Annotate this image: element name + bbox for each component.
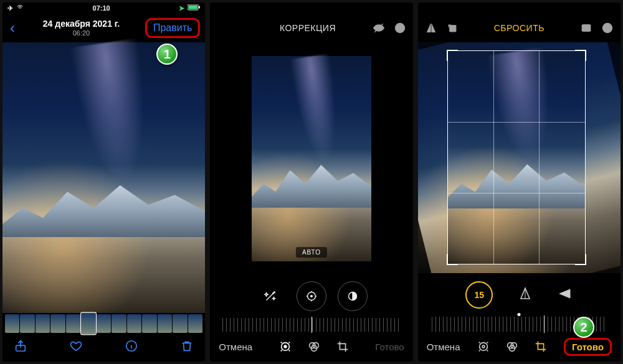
done-button[interactable]: Готово: [375, 342, 404, 352]
share-icon[interactable]: [14, 339, 27, 357]
straighten-angle[interactable]: 15: [465, 281, 493, 309]
crop-controls: 15: [418, 273, 621, 317]
brilliance-button[interactable]: [338, 281, 368, 311]
svg-point-20: [482, 345, 485, 348]
flip-icon[interactable]: [424, 21, 438, 35]
horizontal-perspective-icon[interactable]: [558, 286, 573, 304]
thumbnail-strip[interactable]: [2, 313, 205, 334]
photo-viewer-screen: ✈ 07:10 ➤ ‹ 24 декабря 2021 г. 06:20 Пра…: [2, 2, 205, 362]
adjust-slider[interactable]: [222, 318, 400, 332]
photo-preview[interactable]: [2, 42, 205, 313]
visibility-toggle-icon[interactable]: [372, 21, 386, 35]
battery-icon: [188, 4, 200, 12]
svg-rect-1: [189, 5, 198, 9]
exposure-button[interactable]: [297, 281, 326, 311]
status-time: 07:10: [93, 4, 110, 12]
editor-toolbar: Отмена Готово: [210, 332, 412, 362]
crop-canvas[interactable]: [418, 42, 621, 273]
markup-icon[interactable]: [601, 21, 614, 35]
edit-button[interactable]: Править: [145, 18, 200, 38]
delete-icon[interactable]: [180, 339, 194, 357]
edit-canvas[interactable]: АВТО: [210, 42, 412, 274]
viewer-toolbar: [2, 334, 205, 362]
edit-crop-screen: СБРОСИТЬ 15: [418, 2, 621, 362]
mode-filters-icon[interactable]: [505, 340, 519, 353]
adjust-tools-row: [210, 274, 412, 318]
adjust-title: КОРРЕКЦИЯ: [280, 23, 336, 33]
rotate-icon[interactable]: [445, 21, 459, 35]
status-bar: ✈ 07:10 ➤: [2, 2, 205, 14]
reset-button[interactable]: СБРОСИТЬ: [494, 23, 545, 33]
location-icon: ➤: [179, 4, 184, 12]
mode-filters-icon[interactable]: [307, 340, 321, 353]
aspect-ratio-icon[interactable]: [579, 21, 593, 35]
vertical-perspective-icon[interactable]: [518, 286, 533, 304]
edit-adjust-screen: КОРРЕКЦИЯ АВТО Отмена: [210, 2, 412, 362]
photo-date-title: 24 декабря 2021 г. 06:20: [43, 19, 120, 36]
markup-icon[interactable]: [393, 21, 407, 35]
viewer-header: ‹ 24 декабря 2021 г. 06:20 Править: [2, 14, 205, 42]
svg-point-19: [479, 343, 487, 351]
cancel-button[interactable]: Отмена: [427, 342, 460, 352]
info-icon[interactable]: [125, 339, 138, 357]
back-button[interactable]: ‹: [7, 19, 17, 37]
editor-toolbar: Отмена Готово: [418, 332, 621, 362]
svg-rect-15: [449, 26, 455, 32]
auto-magic-button[interactable]: [255, 281, 285, 311]
svg-rect-17: [584, 25, 589, 31]
svg-point-8: [311, 296, 313, 297]
crop-header: СБРОСИТЬ: [418, 14, 621, 42]
svg-point-11: [284, 345, 287, 348]
wifi-icon: [16, 4, 24, 12]
cancel-button[interactable]: Отмена: [219, 342, 252, 352]
auto-enhance-button[interactable]: АВТО: [296, 247, 327, 258]
svg-rect-2: [199, 6, 201, 9]
mode-adjust-icon[interactable]: [278, 340, 292, 353]
crop-frame[interactable]: [448, 51, 585, 264]
favorite-icon[interactable]: [69, 339, 83, 357]
done-button[interactable]: Готово: [564, 338, 612, 356]
step-badge-2: 2: [573, 317, 594, 338]
mode-crop-icon[interactable]: [534, 340, 548, 353]
mode-crop-icon[interactable]: [336, 340, 350, 353]
editor-header: КОРРЕКЦИЯ: [210, 14, 412, 42]
mode-adjust-icon[interactable]: [477, 340, 490, 353]
airplane-mode-icon: ✈: [7, 4, 13, 12]
